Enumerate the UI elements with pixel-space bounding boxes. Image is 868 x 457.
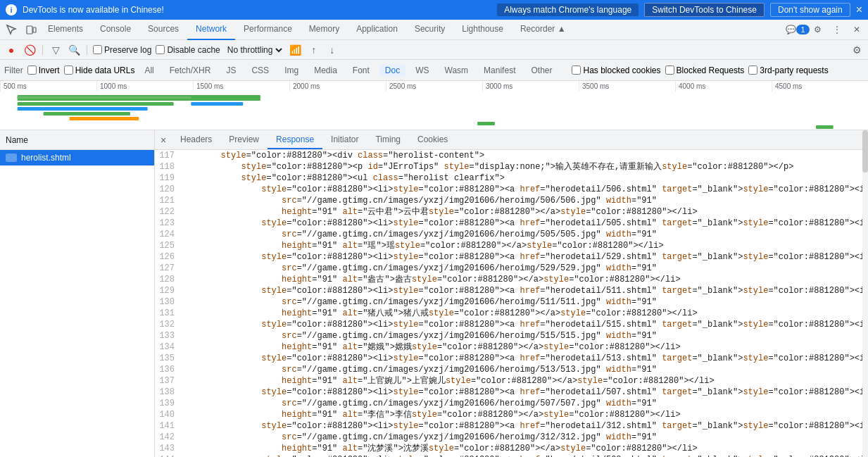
code-line: 141 style="color:#881280"><li>style="col… (155, 420, 862, 432)
filter-tab-manifest[interactable]: Manifest (478, 64, 521, 77)
filter-tab-all[interactable]: All (139, 64, 159, 77)
line-number: 137 (155, 375, 180, 387)
timeline-label-3000: 3000 ms (482, 81, 579, 92)
tab-network[interactable]: Network (187, 20, 235, 40)
filter-icon[interactable]: ▽ (49, 43, 63, 57)
third-party-label[interactable]: 3rd-party requests (748, 65, 828, 75)
close-devtools-icon[interactable]: ✕ (848, 21, 865, 38)
throttling-select[interactable]: No throttling (225, 44, 284, 56)
toolbar-left (3, 21, 39, 38)
file-item-herolist[interactable]: herolist.shtml (0, 150, 154, 165)
filter-tab-img[interactable]: Img (279, 64, 304, 77)
close-response-icon[interactable]: × (155, 130, 172, 149)
line-number: 144 (155, 454, 180, 457)
disable-cache-label[interactable]: Disable cache (156, 45, 220, 55)
line-content: src="//game.gtimg.cn/images/yxzj/img2016… (180, 195, 657, 206)
disable-cache-checkbox[interactable] (156, 45, 165, 54)
main-toolbar: Elements Console Sources Network Perform… (0, 20, 868, 40)
has-blocked-label[interactable]: Has blocked cookies (572, 65, 660, 75)
switch-devtools-button[interactable]: Switch DevTools to Chinese (644, 3, 765, 17)
line-content: style="color:#881280"><li>style="color:#… (180, 387, 862, 398)
filter-tab-doc[interactable]: Doc (379, 64, 405, 77)
name-column-header: Name (0, 130, 154, 150)
resp-tab-cookies[interactable]: Cookies (409, 130, 456, 149)
tab-performance[interactable]: Performance (235, 20, 301, 40)
hide-urls-checkbox[interactable] (64, 65, 73, 75)
timeline-label-1500: 1500 ms (193, 81, 289, 92)
tab-application[interactable]: Application (348, 20, 406, 40)
code-line: 142 src="//game.gtimg.cn/images/yxzj/img… (155, 432, 862, 443)
code-line: 133 src="//game.gtimg.cn/images/yxzj/img… (155, 330, 862, 342)
dont-show-button[interactable]: Don't show again (770, 3, 850, 17)
filter-tab-media[interactable]: Media (308, 64, 343, 77)
console-messages-icon[interactable]: 💬 1 (789, 21, 806, 38)
filter-tab-css[interactable]: CSS (246, 64, 275, 77)
code-line: 127 src="//game.gtimg.cn/images/yxzj/img… (155, 263, 862, 274)
device-toolbar-icon[interactable] (23, 21, 39, 38)
info-bar: i DevTools is now available in Chinese! … (0, 0, 868, 20)
inspect-icon[interactable] (3, 21, 20, 38)
invert-label[interactable]: Invert (27, 65, 60, 75)
match-language-button[interactable]: Always match Chrome's language (497, 4, 639, 16)
code-line: 143 height="91" alt="沈梦溪">沈梦溪style="colo… (155, 443, 862, 454)
preserve-log-checkbox[interactable] (93, 45, 102, 54)
scrollbar-thumb[interactable] (862, 130, 868, 173)
tab-recorder[interactable]: Recorder ▲ (512, 20, 574, 40)
invert-checkbox[interactable] (27, 65, 37, 75)
line-number: 119 (155, 173, 180, 184)
line-number: 128 (155, 274, 180, 285)
line-content: height="91" alt="猪八戒">猪八戒style="color:#8… (180, 308, 698, 319)
preserve-log-label[interactable]: Preserve log (93, 45, 151, 55)
right-scrollbar[interactable] (862, 130, 868, 457)
filter-tab-font[interactable]: Font (347, 64, 375, 77)
more-icon[interactable]: ⋮ (829, 21, 845, 38)
resp-tab-initiator[interactable]: Initiator (322, 130, 367, 149)
resp-tab-response[interactable]: Response (268, 130, 322, 149)
svg-rect-6 (70, 117, 139, 120)
line-content: style="color:#881280"><li>style="color:#… (180, 285, 862, 296)
code-line: 123 style="color:#881280"><li>style="col… (155, 218, 862, 229)
resp-tab-preview[interactable]: Preview (220, 130, 268, 149)
settings-icon-right[interactable]: ⚙ (850, 43, 864, 57)
has-blocked-checkbox[interactable] (572, 65, 581, 75)
svg-rect-10 (816, 125, 834, 129)
code-line: 138 style="color:#881280"><li>style="col… (155, 387, 862, 398)
blocked-req-checkbox[interactable] (665, 65, 674, 75)
third-party-checkbox[interactable] (748, 65, 757, 75)
tab-console[interactable]: Console (92, 20, 139, 40)
line-content: style="color:#881280"><li>style="color:#… (180, 218, 862, 229)
search-icon[interactable]: 🔍 (67, 43, 81, 57)
line-number: 125 (155, 240, 180, 251)
code-line: 126 style="color:#881280"><li>style="col… (155, 251, 862, 263)
line-content: style="color:#881280"><li>style="color:#… (180, 353, 862, 364)
hide-urls-label[interactable]: Hide data URLs (64, 65, 135, 75)
tab-sources[interactable]: Sources (139, 20, 187, 40)
wifi-icon[interactable]: 📶 (289, 43, 303, 57)
svg-rect-1 (33, 27, 36, 32)
line-content: style="color:#881280"><li>style="color:#… (180, 454, 862, 457)
code-line: 144 style="color:#881280"><li>style="col… (155, 454, 862, 457)
filter-tab-wasm[interactable]: Wasm (439, 64, 474, 77)
info-bar-close-icon[interactable]: × (856, 4, 862, 16)
tab-lighthouse[interactable]: Lighthouse (453, 20, 512, 40)
tab-elements[interactable]: Elements (39, 20, 92, 40)
record-icon[interactable]: ● (4, 43, 18, 57)
clear-icon[interactable]: 🚫 (23, 43, 37, 57)
filter-tab-js[interactable]: JS (220, 64, 241, 77)
code-line: 125 height="91" alt="瑶">瑶style="color:#8… (155, 240, 862, 251)
line-number: 139 (155, 398, 180, 409)
download-icon[interactable]: ↓ (325, 43, 339, 57)
filter-tab-other[interactable]: Other (525, 64, 558, 77)
tab-security[interactable]: Security (406, 20, 453, 40)
settings-icon[interactable]: ⚙ (809, 21, 826, 38)
filter-tab-ws[interactable]: WS (410, 64, 434, 77)
resp-tab-headers[interactable]: Headers (172, 130, 220, 149)
info-bar-text: DevTools is now available in Chinese! (23, 5, 491, 15)
blocked-req-label[interactable]: Blocked Requests (665, 65, 745, 75)
code-line: 132 style="color:#881280"><li>style="col… (155, 319, 862, 330)
upload-icon[interactable]: ↑ (307, 43, 321, 57)
filter-tab-fetchxhr[interactable]: Fetch/XHR (164, 64, 217, 77)
line-content: style="color:#881280"><li>style="color:#… (180, 184, 862, 195)
resp-tab-timing[interactable]: Timing (367, 130, 409, 149)
tab-memory[interactable]: Memory (301, 20, 348, 40)
